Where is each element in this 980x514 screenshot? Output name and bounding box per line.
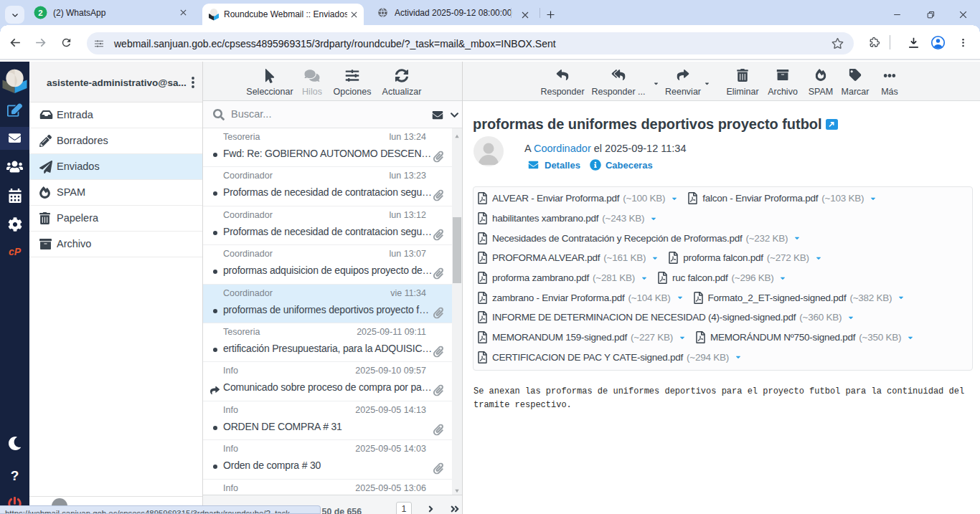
svg-text:2: 2	[38, 9, 42, 17]
